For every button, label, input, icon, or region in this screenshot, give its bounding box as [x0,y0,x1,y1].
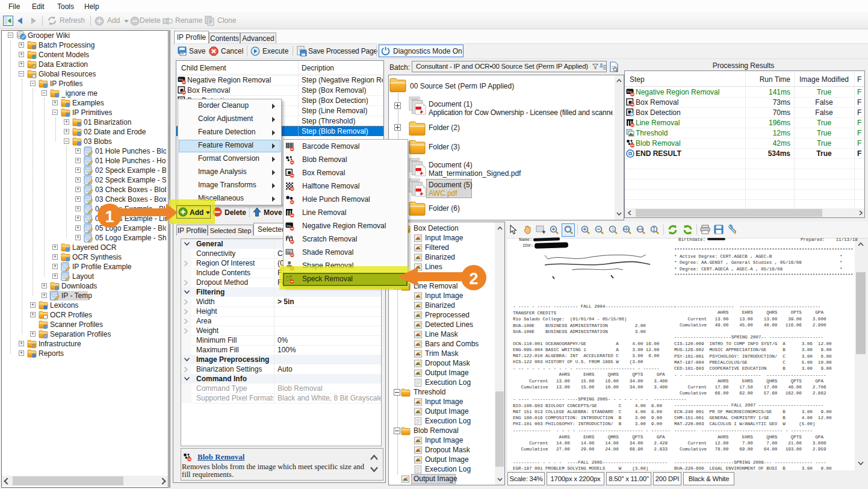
svg-text:lop: lop [287,251,291,254]
svg-text:1: 1 [612,227,614,231]
svg-text:Inv: Inv [287,224,291,228]
